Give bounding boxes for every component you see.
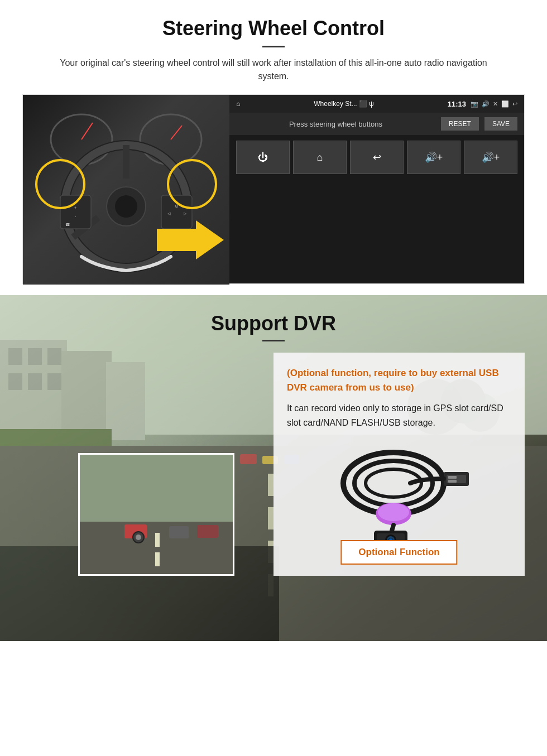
svg-line-3 (171, 126, 182, 139)
dvr-section: Support DVR (0, 295, 547, 641)
close-icon: ✕ (493, 100, 498, 108)
svg-point-10 (115, 195, 137, 218)
dvr-left-panel (22, 353, 262, 576)
steering-section: Steering Wheel Control Your original car… (0, 0, 547, 295)
svg-marker-19 (157, 220, 224, 259)
optional-function-button[interactable]: Optional Function (340, 540, 457, 565)
svg-text:☎: ☎ (65, 223, 70, 227)
title-divider (262, 46, 285, 47)
highlight-circle-left (35, 159, 85, 209)
steering-wheel-photo: + - ☎ ⊙ ▷ ◁ (23, 95, 229, 285)
dvr-title: Support DVR (22, 312, 525, 335)
svg-rect-46 (155, 533, 160, 547)
steering-description: Your original car's steering wheel contr… (50, 56, 497, 83)
dvr-main-content: (Optional function, require to buy exter… (22, 353, 525, 576)
ui-toolbar: Press steering wheel buttons RESET SAVE (229, 113, 524, 135)
svg-rect-50 (197, 525, 218, 538)
svg-point-52 (136, 535, 141, 540)
dvr-content: Support DVR (0, 295, 547, 593)
dvr-info-panel: (Optional function, require to buy exter… (274, 353, 525, 576)
prompt-text: Press steering wheel buttons (236, 120, 435, 128)
steering-image-area: + - ☎ ⊙ ▷ ◁ ⌂ (22, 94, 525, 284)
dvr-thumbnail-inner (80, 455, 233, 574)
back-icon: ↩ (512, 100, 517, 108)
svg-rect-49 (169, 526, 189, 538)
home-button[interactable]: ⌂ (293, 141, 347, 174)
yellow-arrow (157, 218, 224, 262)
button-grid: ⏻ ⌂ ↩ 🔊+ 🔊+ (229, 135, 524, 180)
dvr-optional-text: (Optional function, require to buy exter… (287, 366, 511, 394)
svg-rect-68 (448, 476, 457, 479)
thumbnail-scene (80, 455, 234, 576)
status-bar: ⌂ Wheelkey St... ⬛ ψ 11:13 📷 🔊 ✕ ⬜ ↩ (229, 95, 524, 113)
svg-point-57 (378, 503, 409, 521)
dvr-thumbnail (78, 453, 234, 576)
camera-icon: 📷 (471, 100, 478, 108)
steering-title: Steering Wheel Control (22, 17, 525, 40)
svg-rect-47 (155, 552, 160, 566)
home-icon: ⌂ (236, 100, 240, 108)
reset-button[interactable]: RESET (441, 117, 479, 131)
save-button[interactable]: SAVE (484, 117, 517, 131)
power-button[interactable]: ⏻ (236, 141, 290, 174)
volume-icon: 🔊 (482, 100, 490, 108)
volume-up-button-2[interactable]: 🔊+ (464, 141, 517, 174)
volume-up-button-1[interactable]: 🔊+ (407, 141, 460, 174)
status-icons: 📷 🔊 ✕ ⬜ ↩ (471, 100, 517, 108)
android-ui-panel: ⌂ Wheelkey St... ⬛ ψ 11:13 📷 🔊 ✕ ⬜ ↩ Pre… (229, 95, 524, 283)
dvr-title-divider (262, 340, 285, 341)
svg-text:+: + (74, 205, 77, 210)
dvr-camera-svg (321, 444, 477, 556)
back-button[interactable]: ↩ (350, 141, 404, 174)
svg-text:-: - (75, 214, 76, 219)
app-name-label: Wheelkey St... ⬛ ψ (244, 100, 443, 108)
svg-rect-69 (448, 480, 457, 483)
screen-icon: ⬜ (501, 100, 509, 108)
svg-line-2 (81, 123, 93, 139)
dvr-description: It can record video only to storage in G… (287, 401, 511, 430)
highlight-circle-right (167, 159, 217, 209)
dvr-title-area: Support DVR (22, 312, 525, 341)
clock-display: 11:13 (448, 100, 466, 108)
